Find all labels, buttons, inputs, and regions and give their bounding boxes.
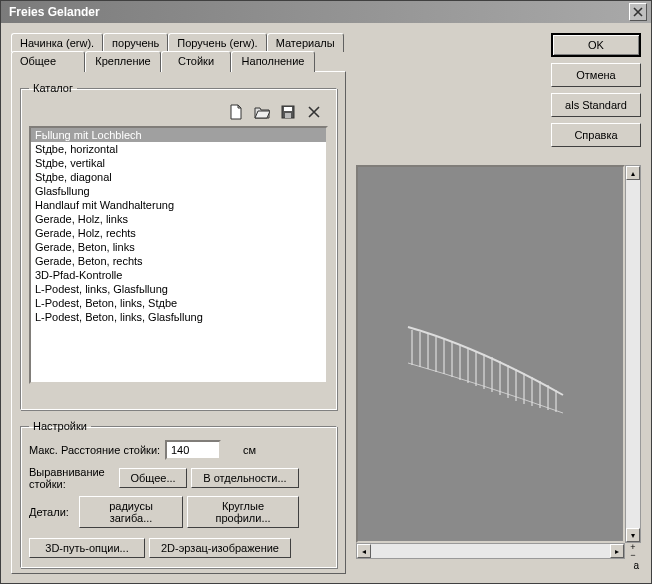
cancel-button[interactable]: Отмена (551, 63, 641, 87)
list-item[interactable]: Gerade, Beton, rechts (31, 254, 326, 268)
titlebar: Freies Gelander (1, 1, 651, 23)
list-item[interactable]: Handlauf mit Wandhalterung (31, 198, 326, 212)
bend-radii-button[interactable]: радиусы загиба... (79, 496, 183, 528)
scroll-down-icon[interactable]: ▾ (626, 528, 640, 542)
svg-rect-1 (284, 107, 292, 111)
svg-rect-2 (285, 113, 291, 118)
vscroll-track[interactable] (626, 180, 640, 528)
tab-posts[interactable]: Стойки (161, 51, 231, 72)
scroll-up-icon[interactable]: ▴ (626, 166, 640, 180)
new-file-icon[interactable] (228, 104, 244, 120)
list-item[interactable]: Stдbe, vertikal (31, 156, 326, 170)
align-label: Выравнивание стойки: (29, 466, 115, 490)
list-item[interactable]: Fьllung mit Lochblech (31, 128, 326, 142)
zoom-out-icon[interactable]: − (630, 552, 635, 559)
railing-preview-icon (398, 297, 578, 417)
list-item[interactable]: 3D-Pfad-Kontrolle (31, 268, 326, 282)
close-icon[interactable] (629, 3, 647, 21)
window-title: Freies Gelander (5, 5, 629, 19)
tab-filling-erw[interactable]: Начинка (erw). (11, 33, 103, 52)
list-item[interactable]: Stдbe, diagonal (31, 170, 326, 184)
list-item[interactable]: Stдbe, horizontal (31, 142, 326, 156)
align-common-button[interactable]: Общее... (119, 468, 187, 488)
round-profiles-button[interactable]: Круглые профили... (187, 496, 299, 528)
tab-panel-general: Каталог (11, 71, 346, 574)
list-item[interactable]: L-Podest, Beton, links, Stдbe (31, 296, 326, 310)
align-individual-button[interactable]: В отдельности... (191, 468, 299, 488)
catalog-group: Каталог (20, 82, 337, 410)
max-dist-label: Макс. Расстояние стойки: (29, 444, 161, 456)
settings-legend: Настройки (29, 420, 91, 432)
tab-general[interactable]: Общее (11, 51, 85, 72)
max-dist-input[interactable] (165, 440, 221, 460)
scroll-right-icon[interactable]: ▸ (610, 544, 624, 558)
hscroll-track[interactable] (371, 544, 610, 558)
tab-filling[interactable]: Наполнение (231, 51, 315, 72)
tab-mounting[interactable]: Крепление (85, 51, 161, 72)
3d-path-options-button[interactable]: 3D-путь-опции... (29, 538, 145, 558)
2d-placeholder-image-button[interactable]: 2D-эрзац-изображение (149, 538, 291, 558)
ok-button[interactable]: OK (551, 33, 641, 57)
preview-vscroll[interactable]: ▴ ▾ (625, 165, 641, 543)
delete-icon[interactable] (306, 104, 322, 120)
tab-materials[interactable]: Материалы (267, 33, 344, 52)
tab-handrail[interactable]: поручень (103, 33, 168, 52)
list-item[interactable]: Gerade, Holz, rechts (31, 226, 326, 240)
scroll-left-icon[interactable]: ◂ (357, 544, 371, 558)
catalog-legend: Каталог (29, 82, 77, 94)
list-item[interactable]: Glasfьllung (31, 184, 326, 198)
list-item[interactable]: L-Podest, Beton, links, Glasfьllung (31, 310, 326, 324)
details-label: Детали: (29, 506, 75, 518)
list-item[interactable]: Gerade, Holz, links (31, 212, 326, 226)
preview-hscroll[interactable]: ◂ ▸ (356, 543, 625, 559)
list-item[interactable]: L-Podest, links, Glasfьllung (31, 282, 326, 296)
catalog-listbox[interactable]: Fьllung mit LochblechStдbe, horizontalSt… (29, 126, 328, 384)
zoom-all-button[interactable]: a (633, 560, 639, 571)
settings-group: Настройки Макс. Расстояние стойки: см Вы… (20, 420, 337, 568)
als-standard-button[interactable]: als Standard (551, 93, 641, 117)
preview-viewport[interactable] (356, 165, 625, 543)
save-icon[interactable] (280, 104, 296, 120)
max-dist-unit: см (243, 444, 256, 456)
help-button[interactable]: Справка (551, 123, 641, 147)
list-item[interactable]: Gerade, Beton, links (31, 240, 326, 254)
catalog-toolbar (29, 102, 328, 126)
tab-handrail-erw[interactable]: Поручень (erw). (168, 33, 266, 52)
open-folder-icon[interactable] (254, 104, 270, 120)
